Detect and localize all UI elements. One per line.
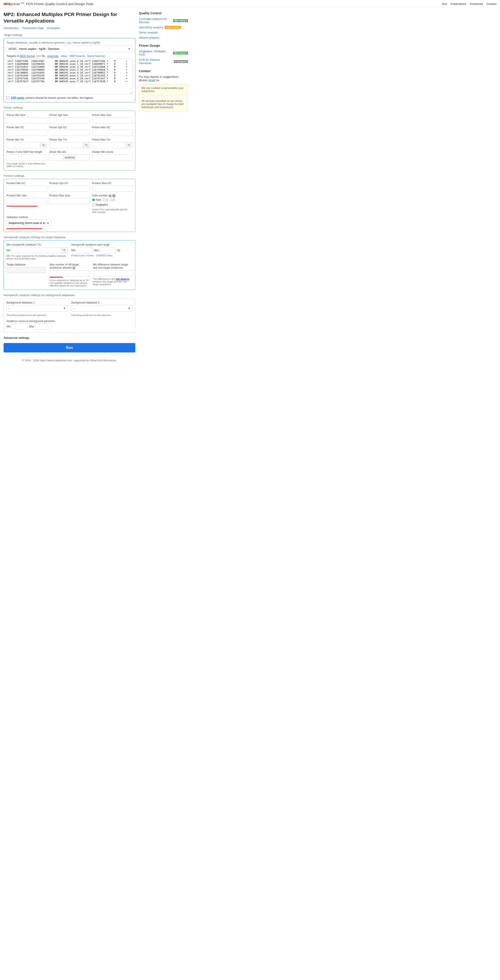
product-settings-box: Product Min GC 30.0 Product Opt GC 50.0 … xyxy=(3,179,135,232)
nav-contact[interactable]: Contact xyxy=(486,2,497,6)
sidebar-hairpin-link[interactable]: Hairpin analysis xyxy=(139,36,188,39)
bg1-select[interactable]: - xyxy=(6,305,68,312)
product-max-size-label: Product Max Size xyxy=(49,194,90,197)
amplicon-max-label: Max xyxy=(29,325,34,328)
validation-label: Validation method xyxy=(6,216,132,219)
link-parameters-help[interactable]: Parameters help xyxy=(22,26,44,30)
primer-max-tm-input[interactable]: 63.0 xyxy=(92,142,125,148)
bg2-select-wrapper: - ▼ xyxy=(71,305,132,312)
tube-info-icon[interactable]: ? xyxy=(108,194,112,197)
tube-auto-radio[interactable] xyxy=(92,199,95,201)
bg2-select[interactable]: - xyxy=(71,305,132,312)
product-min-gc-group: Product Min GC 30.0 xyxy=(6,182,47,192)
nonspec-bg-title: Nonspecific analysis settings for backgr… xyxy=(3,293,135,297)
size-range-min-input[interactable]: 0 xyxy=(77,247,92,253)
size-range-max-input[interactable]: 350 xyxy=(100,247,116,253)
bg1-note: Checking amplicons for this genome. xyxy=(6,314,68,317)
min-diff-input[interactable]: 50 xyxy=(93,270,132,276)
tube-1-radio[interactable] xyxy=(103,199,106,201)
sidebar-dimer-link[interactable]: Dimer analysis xyxy=(139,31,188,34)
primer-opt-size-input[interactable]: 22 xyxy=(49,118,90,124)
max-offtarget-input[interactable]: 10 xyxy=(49,270,89,277)
tube-2-radio[interactable] xyxy=(110,199,113,201)
primer-opt-tm-group: Primer Opt Tm 61.0 °C xyxy=(49,138,90,148)
tube-auto-label[interactable]: Auto xyxy=(92,198,101,201)
example-link[interactable]: example xyxy=(48,54,58,58)
primer-min-gc-input[interactable]: 30.0 xyxy=(6,130,47,136)
size-range-group: Nonspecific amplicon size range Min 0 Ma… xyxy=(71,243,132,260)
tube-copy-icon[interactable]: ⧉ xyxy=(112,194,116,197)
sidebar-singleplex-link[interactable]: Singleplex / Multiplex PCR New feature xyxy=(139,49,188,56)
sidebar-email-link[interactable]: email xyxy=(148,78,155,82)
nav-doc[interactable]: Doc xyxy=(442,2,447,6)
edit-distance-link[interactable]: edit distance xyxy=(116,278,130,280)
snp-free-group: Primer 3' end SNP-free length 9 The leng… xyxy=(6,150,47,168)
coverage-new-badge: New feature xyxy=(173,19,188,22)
nav-publications[interactable]: Publications xyxy=(451,2,466,6)
tube-singleplex-radio[interactable] xyxy=(92,204,95,206)
clear-link[interactable]: clear xyxy=(61,54,67,58)
snp-free-input[interactable]: 9 xyxy=(6,154,47,161)
product-min-size-input[interactable]: 160 xyxy=(6,198,47,204)
validation-select[interactable]: Sequencing (short-read or lo… PCR None xyxy=(6,220,51,226)
size-range-note: Product size: 0 (min) - 1000000 (max). xyxy=(71,254,132,257)
nonspec-target-db-input[interactable]: UCSC - Homo sapien - hg38 - G xyxy=(7,267,46,273)
primer-max-size-input[interactable]: 34 xyxy=(92,118,132,124)
advanced-toggle[interactable]: Advanced settings xyxy=(3,336,135,339)
primer-min-tm-input[interactable]: 59.0 xyxy=(7,142,40,148)
link-introduction[interactable]: Introduction xyxy=(3,26,19,30)
snp-howto-link[interactable]: SNP how-to xyxy=(69,54,85,58)
nonspec-bg-box: Background database 1 - ▼ Checking ampli… xyxy=(3,298,135,332)
product-min-gc-label: Product Min GC xyxy=(6,182,47,185)
product-max-size-input[interactable]: 260 xyxy=(49,198,90,204)
bed-textarea[interactable]: chr7 116672185 116672587 NM_000245_exon_… xyxy=(6,59,132,94)
primer-settings-title: Primer settings xyxy=(3,106,135,109)
primer-min-size-input[interactable]: 15 xyxy=(6,118,47,124)
product-max-gc-label: Product Max GC xyxy=(92,182,132,185)
tube-2-label[interactable]: 2 xyxy=(110,198,115,201)
link-examples[interactable]: Examples xyxy=(47,26,60,30)
min-tm-label: Min nonspecific amplicon Tm xyxy=(6,243,68,246)
primer-opt-tm-input[interactable]: 61.0 xyxy=(49,142,83,148)
size-range-min-label: Min xyxy=(71,249,76,252)
page-title: MP2: Enhanced Multiplex PCR Primer Desig… xyxy=(3,11,135,24)
hairpin-input[interactable]: 5 xyxy=(92,154,132,161)
bg2-group: Background database 2 - ▼ Checking ampli… xyxy=(71,301,132,317)
str-mode-checkbox[interactable] xyxy=(6,97,10,99)
tube-singleplex-label[interactable]: Singleplex xyxy=(92,203,108,206)
max-offtarget-label: Max number of off-target amplicons allow… xyxy=(49,263,89,269)
sidebar-hairpin-label: Hairpin analysis xyxy=(139,36,159,39)
product-max-gc-input[interactable]: 70.0 xyxy=(92,186,132,192)
sidebar-specificity-label: Specificity analysis xyxy=(139,26,163,29)
bed-format-link[interactable]: BED format xyxy=(20,54,35,58)
size-range-label: Nonspecific amplicon size range xyxy=(71,243,132,246)
min-tm-input[interactable]: 57.0 xyxy=(12,247,60,253)
sidebar-diverse-link[interactable]: PCR for Diverse Genomes In progress xyxy=(139,58,188,65)
amplicon-max-input[interactable]: 0 xyxy=(35,324,51,329)
header-nav: Doc Publications Download Contact xyxy=(442,2,497,6)
bg2-note: Checking amplicons for this genome. xyxy=(71,314,132,317)
primer-opt-gc-input[interactable]: 50.0 xyxy=(49,130,90,136)
target-db-select[interactable]: UCSC - Homo sapien - hg38 - Genome UCSC … xyxy=(6,46,132,52)
sidebar-specificity-link[interactable]: Specificity analysis Improvement xyxy=(139,26,188,29)
gene-howto-link[interactable]: Gene how-to xyxy=(87,54,104,58)
bg1-label: Background database 1 xyxy=(6,301,68,304)
product-min-gc-input[interactable]: 30.0 xyxy=(6,186,47,192)
sidebar-design-section: Primer Design Singleplex / Multiplex PCR… xyxy=(139,44,188,65)
dimer-unit: kcal/mol xyxy=(63,155,76,160)
dimer-input[interactable]: -3.5 xyxy=(49,155,63,160)
min-tm-unit: °C xyxy=(61,248,67,253)
str-bold-label[interactable]: STR mode: xyxy=(11,96,25,99)
tube-1-label[interactable]: 1 xyxy=(103,198,108,201)
bg1-select-wrapper: - ▼ xyxy=(6,305,68,312)
amplicon-min-input[interactable]: 0 xyxy=(12,324,28,329)
sidebar-coverage-link[interactable]: Coverage analysis for Microbe New featur… xyxy=(139,17,188,24)
product-opt-gc-input[interactable]: 50.0 xyxy=(49,186,90,192)
sidebar-notice-free: All services provided on our server are … xyxy=(139,97,188,111)
tube-number-label: Tube number ? ⧉ xyxy=(92,194,132,197)
primer-opt-gc-label: Primer Opt GC xyxy=(49,126,90,129)
max-offtarget-info-icon[interactable]: ? xyxy=(72,266,76,269)
nav-download[interactable]: Download xyxy=(470,2,483,6)
primer-max-gc-input[interactable]: 70.0 xyxy=(92,130,132,136)
run-button[interactable]: Run xyxy=(3,343,135,352)
